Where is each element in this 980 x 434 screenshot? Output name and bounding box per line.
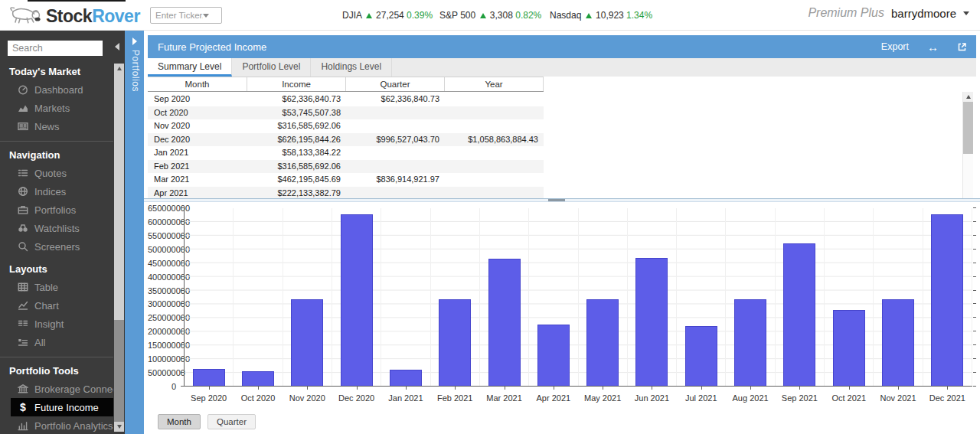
- x-axis-label: Sep 2020: [185, 393, 233, 403]
- chart-plot-area: Sep 2020Oct 2020Nov 2020Dec 2020Jan 2021…: [184, 208, 972, 387]
- index-quote-nasdaq: Nasdaq 10,923 1.34%: [550, 10, 652, 21]
- sidebar-item-markets[interactable]: Markets: [0, 99, 113, 117]
- column-header-month[interactable]: Month: [148, 77, 247, 91]
- x-axis-label: Nov 2021: [874, 393, 922, 403]
- y-axis-tick: [181, 290, 184, 291]
- sidebar-item-chart[interactable]: Chart: [0, 296, 113, 315]
- sidebar-item-watchlists[interactable]: Watchlists: [0, 219, 113, 237]
- page-title: Future Projected Income: [148, 41, 881, 53]
- cell-quarter: $62,336,840.73: [346, 93, 445, 106]
- table-scrollbar-thumb[interactable]: [963, 102, 973, 154]
- stockrover-app: StockRover DJIA 27,254 0.39% S&P 500 3,3…: [0, 0, 980, 434]
- y-axis-label: 200000000: [148, 327, 180, 336]
- chart-y-axis-labels: 0500000001000000001500000002000000002500…: [148, 208, 180, 387]
- sidebar-collapse-arrow-icon[interactable]: [115, 43, 119, 51]
- sidebar-item-insight[interactable]: Insight: [0, 315, 113, 333]
- y-axis-label: 550000000: [148, 231, 180, 240]
- x-axis-tick: [603, 387, 603, 390]
- quarter-button[interactable]: Quarter: [207, 414, 256, 429]
- portfolios-collapsed-panel[interactable]: Portfolios: [125, 31, 144, 434]
- sidebar-item-quotes[interactable]: Quotes: [0, 164, 113, 182]
- chart-category-cell: Jul 2021: [677, 208, 726, 386]
- open-in-new-window-icon[interactable]: [957, 42, 967, 52]
- column-header-income[interactable]: Income: [247, 77, 346, 91]
- sidebar-item-brokerage-connect[interactable]: Brokerage Connect: [0, 380, 113, 398]
- table-row[interactable]: Jan 2021$58,133,384.22: [148, 146, 544, 160]
- sidebar-item-label: Indices: [34, 186, 66, 197]
- y-axis-right-tick: [973, 235, 976, 236]
- future-income-icon: $: [17, 402, 29, 413]
- table-row[interactable]: Nov 2020$316,585,692.06: [148, 119, 544, 133]
- scroll-up-arrow-icon[interactable]: [963, 92, 973, 102]
- portfolios-icon: [17, 204, 29, 215]
- sidebar-item-portfolio-analytics[interactable]: Portfolio Analytics: [0, 416, 113, 434]
- tab-holdings-level[interactable]: Holdings Level: [311, 58, 392, 77]
- stockrover-logo[interactable]: StockRover: [8, 2, 140, 30]
- x-axis-tick: [554, 387, 554, 390]
- bar-oct-2021: [833, 310, 865, 386]
- tab-portfolio-level[interactable]: Portfolio Level: [232, 58, 311, 77]
- chart-category-cell: Nov 2021: [874, 208, 923, 386]
- table-row[interactable]: Oct 2020$53,745,507.38: [148, 106, 544, 120]
- sidebar-item-future-income[interactable]: $Future Income: [11, 398, 113, 416]
- chart-category-cell: Feb 2021: [431, 208, 480, 386]
- y-axis-tick: [181, 207, 184, 208]
- scroll-up-arrow-icon[interactable]: [114, 64, 124, 73]
- export-button[interactable]: Export: [881, 41, 909, 52]
- sidebar-item-all[interactable]: All: [0, 333, 113, 351]
- table-row[interactable]: Feb 2021$316,585,692.06: [148, 160, 544, 174]
- sidebar-item-label: Future Income: [34, 402, 99, 413]
- ticker-dropdown-caret-icon[interactable]: [203, 14, 209, 18]
- y-axis-right-tick: [973, 249, 976, 250]
- ticker-input[interactable]: [151, 11, 203, 20]
- markets-icon: [17, 103, 29, 113]
- x-axis-tick: [505, 387, 505, 390]
- resize-horizontal-icon[interactable]: ↔: [927, 41, 939, 53]
- chart-category-cell: Nov 2020: [283, 208, 332, 386]
- bar-dec-2021: [931, 214, 963, 386]
- sidebar-item-label: Portfolios: [34, 204, 76, 216]
- logo-wordmark: StockRover: [46, 6, 140, 27]
- x-axis-label: Sep 2021: [776, 393, 824, 403]
- sidebar-item-news[interactable]: News: [0, 117, 113, 135]
- portfolios-panel-label: Portfolios: [130, 50, 141, 92]
- sidebar-item-label: Quotes: [34, 168, 67, 179]
- cell-quarter: $836,914,921.97: [346, 173, 445, 187]
- search-input[interactable]: [8, 41, 103, 56]
- sidebar-item-dashboard[interactable]: Dashboard: [0, 80, 113, 99]
- bar-nov-2020: [291, 299, 323, 386]
- cell-month: Dec 2020: [148, 133, 247, 147]
- x-axis-tick: [750, 387, 751, 390]
- month-button[interactable]: Month: [158, 414, 201, 429]
- tab-summary-level[interactable]: Summary Level: [148, 58, 232, 77]
- splitter-drag-handle[interactable]: [548, 199, 565, 201]
- username-label: barrydmoore: [891, 7, 956, 20]
- cell-year: [445, 173, 544, 187]
- sidebar-item-table[interactable]: Table: [0, 278, 113, 296]
- y-axis-right-tick: [973, 263, 976, 263]
- sidebar-item-screeners[interactable]: Screeners: [0, 237, 113, 256]
- sidebar-item-indices[interactable]: Indices: [0, 182, 113, 201]
- cell-year: [445, 160, 544, 174]
- indices-icon: [17, 186, 29, 197]
- table-row[interactable]: Mar 2021$462,195,845.69$836,914,921.97: [148, 173, 544, 187]
- y-axis-tick: [181, 386, 184, 387]
- cell-month: Sep 2020: [148, 93, 247, 106]
- chart-category-cell: Apr 2021: [529, 208, 578, 386]
- table-row[interactable]: Sep 2020$62,336,840.73$62,336,840.73: [148, 93, 544, 106]
- scroll-down-arrow-icon[interactable]: [114, 422, 124, 432]
- column-header-year[interactable]: Year: [445, 77, 544, 91]
- sidebar-scrollbar-thumb[interactable]: [114, 73, 124, 320]
- quotes-icon: [17, 168, 29, 178]
- y-axis-tick: [181, 303, 184, 304]
- sidebar-item-portfolios[interactable]: Portfolios: [0, 201, 113, 219]
- sidebar-scrollbar-track[interactable]: [114, 64, 124, 432]
- column-header-quarter[interactable]: Quarter: [346, 77, 445, 91]
- y-axis-tick: [181, 221, 184, 222]
- y-axis-right-tick: [973, 386, 976, 387]
- x-axis-tick: [701, 387, 702, 390]
- cell-quarter: [346, 106, 445, 120]
- table-row[interactable]: Dec 2020$626,195,844.26$996,527,043.70$1…: [148, 133, 544, 147]
- y-axis-right-tick: [973, 344, 976, 345]
- user-menu[interactable]: Premium Plus barrydmoore: [808, 6, 969, 20]
